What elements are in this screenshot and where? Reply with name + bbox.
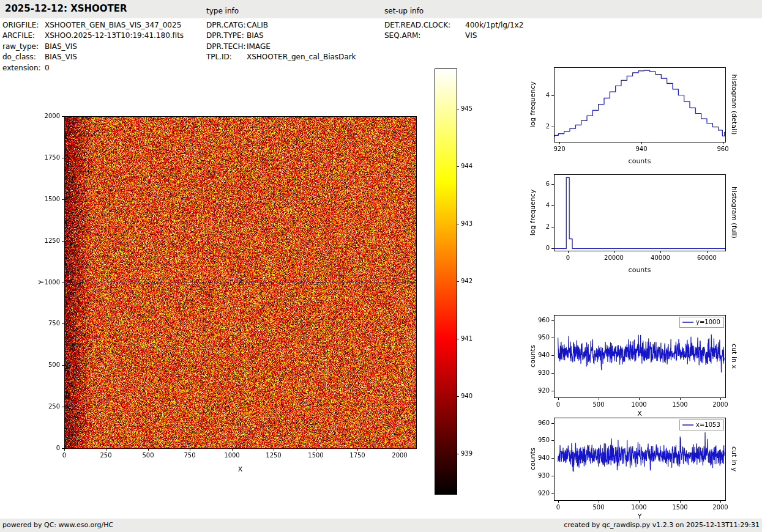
- info-label: ORIGFILE:: [2, 20, 45, 31]
- info-label: DPR.CATG:: [206, 20, 247, 31]
- info-value: BIAS_VIS: [45, 53, 77, 61]
- qc-report-page: 2025-12-12: XSHOOTER type info set-up in…: [0, 0, 762, 532]
- info-value: XSHOOTER_GEN_BIAS_VIS_347_0025: [45, 21, 181, 29]
- info-row: ARCFILE:XSHOO.2025-12-13T10:19:41.180.fi…: [2, 31, 184, 41]
- info-row: raw_type:BIAS_VIS: [2, 42, 184, 52]
- info-value: IMAGE: [247, 42, 271, 51]
- type-info-block: DPR.CATG:CALIB DPR.TYPE:BIAS DPR.TECH:IM…: [206, 20, 356, 63]
- info-value: XSHOO.2025-12-13T10:19:41.180.fits: [45, 31, 184, 40]
- info-value: BIAS_VIS: [45, 42, 77, 51]
- info-label: raw_type:: [2, 42, 45, 52]
- info-row: ORIGFILE:XSHOOTER_GEN_BIAS_VIS_347_0025: [2, 20, 184, 31]
- footer-left-text: powered by QC: www.eso.org/HC: [2, 521, 113, 529]
- info-value: BIAS: [247, 31, 264, 40]
- info-label: SEQ.ARM:: [384, 31, 465, 41]
- setup-info-block: DET.READ.CLOCK:400k/1pt/lg/1x2 SEQ.ARM:V…: [384, 20, 523, 42]
- info-row: SEQ.ARM:VIS: [384, 31, 523, 41]
- info-value: VIS: [465, 31, 477, 40]
- bias-image-heatmap: [18, 61, 502, 501]
- info-row: DPR.CATG:CALIB: [206, 20, 356, 31]
- page-title: 2025-12-12: XSHOOTER: [5, 3, 127, 14]
- cut-in-y-plot: [514, 406, 750, 519]
- info-label: DPR.TYPE:: [206, 31, 247, 41]
- info-row: DET.READ.CLOCK:400k/1pt/lg/1x2: [384, 20, 523, 31]
- info-label: DET.READ.CLOCK:: [384, 20, 465, 31]
- info-row: DPR.TYPE:BIAS: [206, 31, 356, 41]
- type-info-heading: type info: [206, 7, 239, 15]
- footer-right-text: created by qc_rawdisp.py v1.2.3 on 2025-…: [564, 521, 760, 529]
- info-label: ARCFILE:: [2, 31, 45, 41]
- info-value: 400k/1pt/lg/1x2: [465, 21, 523, 29]
- histogram-full-plot: [514, 165, 750, 275]
- info-value: CALIB: [247, 21, 268, 29]
- histogram-detail-plot: [514, 58, 750, 171]
- setup-info-heading: set-up info: [384, 7, 424, 15]
- cut-in-x-plot: [514, 305, 750, 418]
- info-value: XSHOOTER_gen_cal_BiasDark: [247, 53, 356, 61]
- info-label: DPR.TECH:: [206, 42, 247, 52]
- info-row: DPR.TECH:IMAGE: [206, 42, 356, 52]
